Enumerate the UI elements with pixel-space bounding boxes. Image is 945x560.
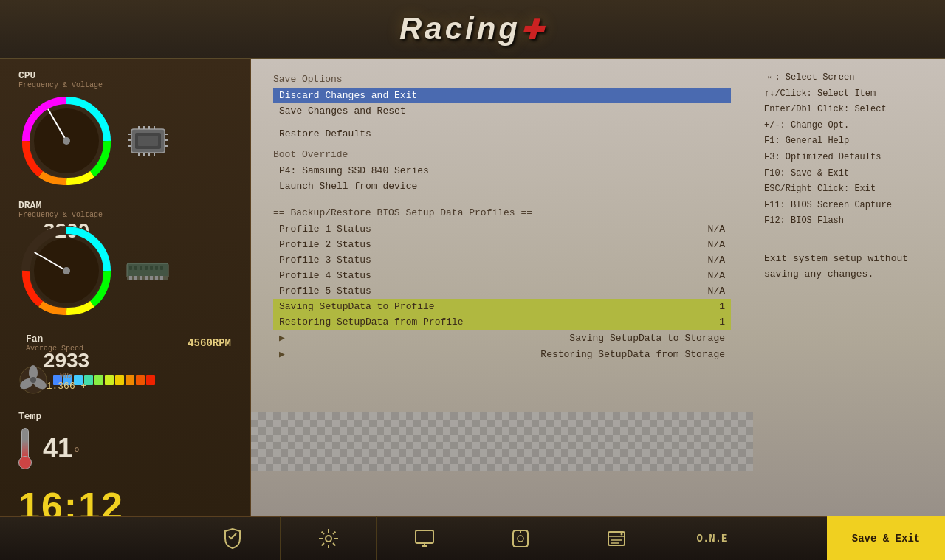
time-value: 16:12 xyxy=(18,485,124,516)
dram-voltage: 1.366 + xyxy=(47,381,87,392)
toolbar-storage[interactable] xyxy=(568,516,664,560)
cpu-icon xyxy=(126,126,170,156)
toolbar-advanced[interactable] xyxy=(281,516,377,560)
restoring-storage-arrow: ▶ xyxy=(279,348,285,360)
svg-rect-36 xyxy=(140,276,142,280)
saving-storage-arrow: ▶ xyxy=(279,332,285,344)
svg-rect-35 xyxy=(134,276,137,280)
dram-icon xyxy=(126,256,170,286)
exit-note: Exit system setup without saving any cha… xyxy=(764,252,934,283)
saving-storage-label: Saving SetupData to Storage xyxy=(569,333,725,344)
main-panel: Save Options Discard Changes and Exit Sa… xyxy=(251,59,753,516)
menu-item-profile4[interactable]: Profile 4 Status N/A xyxy=(273,268,731,283)
cpu-section: CPU Frequency & Voltage xyxy=(11,70,238,193)
divider-2 xyxy=(273,142,731,149)
toolbar-storage-icon xyxy=(605,528,628,550)
bottom-toolbar: O.N.E Save & Exit xyxy=(0,516,945,560)
discard-label: Discard Changes and Exit xyxy=(279,90,417,101)
profile3-value: N/A xyxy=(708,255,725,266)
hotkey-5: F1: General Help xyxy=(764,134,934,150)
content-area: CPU Frequency & Voltage xyxy=(0,59,945,516)
logo-racing: Racing xyxy=(399,11,520,46)
profile5-value: N/A xyxy=(708,286,725,297)
menu-item-discard[interactable]: Discard Changes and Exit xyxy=(273,88,731,103)
toolbar-boot[interactable] xyxy=(472,516,568,560)
svg-rect-34 xyxy=(129,276,132,280)
toolbar-main-icon xyxy=(221,528,244,550)
hotkey-8: ESC/Right Click: Exit xyxy=(764,182,934,198)
profile3-label: Profile 3 Status xyxy=(279,255,371,266)
svg-rect-29 xyxy=(145,266,148,270)
header: Racing✚ xyxy=(0,0,945,59)
therm-bulb xyxy=(18,456,32,469)
menu-item-shell[interactable]: Launch Shell from device xyxy=(273,179,731,194)
ssd-label: P4: Samsung SSD 840 Series xyxy=(279,165,429,176)
svg-rect-32 xyxy=(160,266,163,270)
profile5-label: Profile 5 Status xyxy=(279,286,371,297)
svg-point-54 xyxy=(620,533,622,536)
svg-rect-40 xyxy=(160,276,163,280)
svg-rect-31 xyxy=(155,266,158,270)
temp-value-container: 41 ° xyxy=(43,433,81,464)
time-section: 16:12 Mon, July 10,2017 xyxy=(11,480,238,516)
svg-rect-38 xyxy=(150,276,153,280)
cpu-chip-icon xyxy=(128,125,168,156)
hotkey-4: +/-: Change Opt. xyxy=(764,118,934,134)
svg-rect-30 xyxy=(150,266,153,270)
fan-rpm-value: 4560RPM xyxy=(188,337,231,349)
svg-point-24 xyxy=(63,267,70,274)
toolbar-monitor-icon xyxy=(413,528,436,550)
thermometer-icon xyxy=(18,428,32,469)
menu-item-saving-profile[interactable]: Saving SetupData to Profile 1 xyxy=(273,299,731,314)
menu-item-profile3[interactable]: Profile 3 Status N/A xyxy=(273,252,731,268)
menu-item-profile1[interactable]: Profile 1 Status N/A xyxy=(273,221,731,237)
menu-item-restoring-profile[interactable]: Restoring SetupData from Profile 1 xyxy=(273,314,731,330)
restoring-profile-label: Restoring SetupData from Profile xyxy=(279,317,464,328)
save-reset-label: Save Changes and Reset xyxy=(279,106,406,117)
menu-content: Save Options Discard Changes and Exit Sa… xyxy=(273,74,731,362)
temp-value: 41 xyxy=(43,433,72,464)
fan-seg-8 xyxy=(126,375,134,385)
divider-3 xyxy=(273,194,731,201)
therm-body xyxy=(21,428,29,457)
svg-rect-47 xyxy=(416,530,433,543)
menu-item-ssd[interactable]: P4: Samsung SSD 840 Series xyxy=(273,163,731,179)
hotkey-2: ↑↓/Click: Select Item xyxy=(764,86,934,103)
temp-degree: ° xyxy=(72,445,81,462)
restoring-profile-value: 1 xyxy=(719,317,725,328)
profile2-value: N/A xyxy=(708,239,725,250)
divider-1 xyxy=(273,119,731,126)
profile4-value: N/A xyxy=(708,270,725,281)
fan-seg-9 xyxy=(136,375,145,385)
shell-label: Launch Shell from device xyxy=(279,181,417,192)
save-exit-label: Save & Exit xyxy=(852,533,920,545)
menu-item-restoring-storage[interactable]: ▶ Restoring SetupData from Storage xyxy=(273,346,731,362)
svg-point-3 xyxy=(63,137,70,145)
toolbar-main[interactable] xyxy=(185,516,281,560)
saving-profile-value: 1 xyxy=(719,301,725,312)
svg-rect-28 xyxy=(140,266,142,270)
hotkeys-list: →←: Select Screen ↑↓/Click: Select Item … xyxy=(764,70,934,229)
svg-point-46 xyxy=(326,536,331,542)
menu-item-save-reset[interactable]: Save Changes and Reset xyxy=(273,103,731,119)
svg-rect-39 xyxy=(155,276,158,280)
toolbar-monitor[interactable] xyxy=(377,516,472,560)
cpu-gauge-container: 3200 MHz 1.136+ xyxy=(11,89,238,193)
dram-gauge: 2933 MHz 1.366 + xyxy=(18,223,114,319)
dram-stick-icon xyxy=(126,260,170,282)
menu-item-saving-storage[interactable]: ▶ Saving SetupData to Storage xyxy=(273,330,731,346)
dram-gauge-svg xyxy=(18,223,114,319)
menu-item-restore[interactable]: Restore Defaults xyxy=(273,126,731,142)
menu-item-profile5[interactable]: Profile 5 Status N/A xyxy=(273,283,731,299)
toolbar-boot-icon xyxy=(509,528,532,550)
bios-screen: Racing✚ CPU Frequency & Voltage xyxy=(0,0,945,560)
menu-item-profile2[interactable]: Profile 2 Status N/A xyxy=(273,237,731,252)
profile1-label: Profile 1 Status xyxy=(279,224,371,235)
cpu-gauge: 3200 MHz 1.136+ xyxy=(18,93,114,189)
hotkey-10: F12: BIOS Flash xyxy=(764,213,934,229)
svg-point-50 xyxy=(518,536,523,542)
temp-display: 41 ° xyxy=(18,428,231,469)
time-display: 16:12 xyxy=(18,484,231,516)
toolbar-one[interactable]: O.N.E xyxy=(664,516,760,560)
toolbar-save-exit[interactable]: Save & Exit xyxy=(827,516,945,560)
